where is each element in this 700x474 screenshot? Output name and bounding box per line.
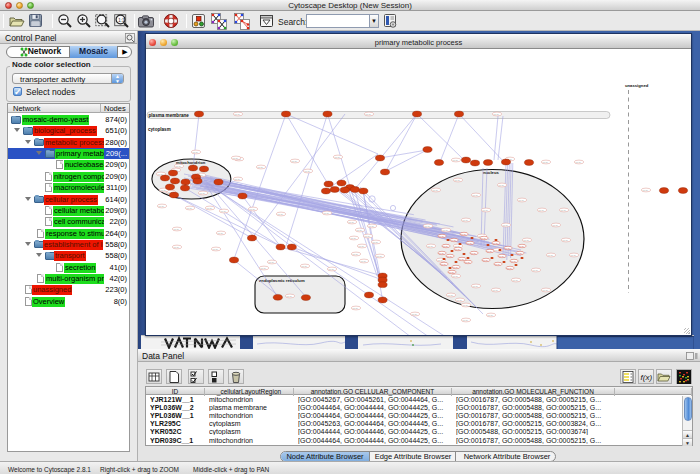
- svg-text:xx xx: xx xx: [193, 151, 199, 153]
- svg-text:xx xx: xx xx: [443, 229, 449, 231]
- svg-text:xx xx: xx xx: [563, 239, 569, 241]
- svg-text:xx xx: xx xx: [548, 254, 554, 256]
- svg-text:xx xx: xx xx: [287, 295, 293, 297]
- svg-text:xx xx: xx xx: [361, 260, 367, 262]
- svg-text:xx xx: xx xx: [643, 189, 649, 191]
- svg-text:xx xx: xx xx: [441, 263, 447, 265]
- svg-text:xx xx: xx xx: [455, 179, 461, 181]
- svg-text:xx xx: xx xx: [483, 259, 489, 261]
- svg-text:xx xx: xx xx: [493, 242, 499, 244]
- svg-text:xx xx: xx xx: [499, 255, 505, 257]
- svg-text:xx xx: xx xx: [487, 250, 493, 252]
- svg-text:xx xx: xx xx: [200, 192, 206, 194]
- svg-text:xx xx: xx xx: [207, 207, 213, 209]
- svg-text:xx xx: xx xx: [505, 247, 511, 249]
- svg-text:xx xx: xx xx: [365, 235, 371, 237]
- svg-text:xx xx: xx xx: [161, 189, 167, 191]
- svg-text:xx xx: xx xx: [221, 210, 227, 212]
- svg-text:xx xx: xx xx: [439, 252, 445, 254]
- svg-text:xx xx: xx xx: [449, 271, 455, 273]
- svg-text:xx xx: xx xx: [353, 253, 359, 255]
- svg-text:xx xx: xx xx: [425, 225, 431, 227]
- svg-text:xx xx: xx xx: [324, 212, 330, 214]
- svg-text:unassigned: unassigned: [625, 83, 649, 88]
- svg-text:xx xx: xx xx: [433, 189, 439, 191]
- svg-text:xx xx: xx xx: [373, 241, 379, 243]
- svg-text:xx xx: xx xx: [473, 285, 479, 287]
- svg-text:xx xx: xx xx: [553, 224, 559, 226]
- svg-text:xx xx: xx xx: [465, 261, 471, 263]
- svg-text:xx xx: xx xx: [369, 225, 375, 227]
- svg-text:xx xx: xx xx: [428, 245, 434, 247]
- svg-text:xx xx: xx xx: [269, 261, 275, 263]
- svg-text:xx xx: xx xx: [235, 113, 241, 115]
- svg-text:xx xx: xx xx: [292, 160, 298, 162]
- svg-text:xx xx: xx xx: [233, 157, 239, 159]
- svg-text:xx xx: xx xx: [503, 224, 509, 226]
- svg-text:xx xx: xx xx: [377, 255, 383, 257]
- svg-text:xx xx: xx xx: [519, 245, 525, 247]
- svg-text:xx xx: xx xx: [455, 248, 461, 250]
- svg-text:xx xx: xx xx: [453, 275, 459, 277]
- svg-text:xx xx: xx xx: [335, 156, 341, 158]
- svg-text:xx xx: xx xx: [349, 221, 355, 223]
- svg-text:xx xx: xx xx: [471, 252, 477, 254]
- svg-text:xx xx: xx xx: [463, 304, 469, 306]
- svg-text:xx xx: xx xx: [218, 232, 224, 234]
- svg-text:xx xx: xx xx: [159, 205, 165, 207]
- svg-text:plasma membrane: plasma membrane: [149, 113, 190, 118]
- svg-text:xx xx: xx xx: [258, 166, 264, 168]
- svg-text:xx xx: xx xx: [571, 254, 577, 256]
- svg-text:xx xx: xx xx: [463, 219, 469, 221]
- svg-text:xx xx: xx xx: [543, 161, 549, 163]
- svg-text:nucleus: nucleus: [483, 170, 499, 175]
- svg-text:xx xx: xx xx: [357, 229, 363, 231]
- svg-text:xx xx: xx xx: [576, 161, 582, 163]
- svg-text:xx xx: xx xx: [448, 294, 454, 296]
- svg-text:xx xx: xx xx: [187, 207, 193, 209]
- svg-text:xx xx: xx xx: [329, 268, 335, 270]
- svg-text:xx xx: xx xx: [359, 245, 365, 247]
- svg-text:xx xx: xx xx: [443, 245, 449, 247]
- svg-text:xx xx: xx xx: [439, 235, 445, 237]
- svg-text:xx xx: xx xx: [457, 299, 463, 301]
- svg-text:xx xx: xx xx: [513, 279, 519, 281]
- svg-text:xx xx: xx xx: [483, 209, 489, 211]
- svg-text:xx xx: xx xx: [499, 184, 505, 186]
- svg-text:xx xx: xx xx: [524, 239, 530, 241]
- svg-text:xx xx: xx xx: [451, 239, 457, 241]
- svg-text:xx xx: xx xx: [305, 170, 311, 172]
- svg-text:xx xx: xx xx: [353, 307, 359, 309]
- svg-text:xx xx: xx xx: [467, 242, 473, 244]
- svg-text:xx xx: xx xx: [561, 209, 567, 211]
- svg-text:xx xx: xx xx: [539, 209, 545, 211]
- svg-text:xx xx: xx xx: [455, 245, 461, 247]
- svg-text:xx xx: xx xx: [250, 208, 256, 210]
- svg-text:f(x): f(x): [641, 373, 653, 382]
- svg-text:xx xx: xx xx: [366, 113, 372, 115]
- svg-text:xx xx: xx xx: [495, 263, 501, 265]
- svg-text:xx xx: xx xx: [494, 113, 500, 115]
- svg-text:xx xx: xx xx: [351, 237, 357, 239]
- svg-text:xx xx: xx xx: [235, 178, 241, 180]
- svg-text:cytoplasm: cytoplasm: [148, 127, 171, 132]
- svg-text:xx xx: xx xx: [519, 199, 525, 201]
- svg-text:xx xx: xx xx: [473, 194, 479, 196]
- svg-text:xx xx: xx xx: [461, 233, 467, 235]
- svg-text:xx xx: xx xx: [453, 159, 459, 161]
- svg-text:xx xx: xx xx: [447, 255, 453, 257]
- svg-text:xx xx: xx xx: [511, 260, 517, 262]
- svg-text:1:1: 1:1: [118, 18, 125, 23]
- svg-text:xx xx: xx xx: [174, 246, 180, 248]
- svg-text:xx xx: xx xx: [481, 237, 487, 239]
- svg-text:xx xx: xx xx: [278, 213, 284, 215]
- svg-text:xx xx: xx xx: [412, 313, 418, 315]
- svg-text:xx xx: xx xx: [459, 258, 465, 260]
- svg-text:xx xx: xx xx: [261, 267, 267, 269]
- svg-text:xx xx: xx xx: [543, 289, 549, 291]
- svg-text:xx xx: xx xx: [533, 269, 539, 271]
- svg-text:xx xx: xx xx: [463, 319, 469, 321]
- svg-text:xx xx: xx xx: [176, 165, 182, 167]
- svg-text:xx xx: xx xx: [453, 266, 459, 268]
- svg-text:xx xx: xx xx: [493, 289, 499, 291]
